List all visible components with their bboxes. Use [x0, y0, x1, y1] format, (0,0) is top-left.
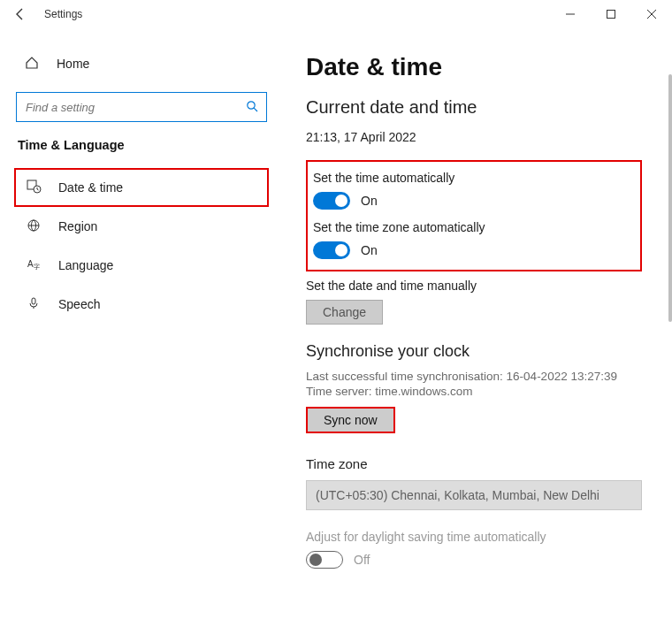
svg-line-5: [254, 108, 257, 111]
sync-now-button[interactable]: Sync now: [306, 407, 395, 433]
sidebar-section-title: Time & Language: [18, 138, 269, 152]
auto-tz-label: Set the time zone automatically: [313, 220, 630, 234]
nav-label: Speech: [58, 297, 100, 311]
search-input[interactable]: [16, 92, 267, 122]
page-title: Date & time: [306, 53, 642, 81]
language-icon: A字: [25, 257, 42, 274]
sidebar-item-region[interactable]: Region: [14, 207, 269, 246]
window-title: Settings: [44, 8, 82, 20]
change-button: Change: [306, 300, 383, 325]
globe-icon: [25, 218, 42, 235]
close-button[interactable]: [631, 0, 672, 28]
sidebar-item-date-time[interactable]: Date & time: [14, 168, 269, 207]
svg-text:A: A: [27, 259, 34, 269]
dst-state: Off: [354, 553, 370, 567]
auto-time-label: Set the time automatically: [313, 171, 630, 185]
sync-last: Last successful time synchronisation: 16…: [306, 370, 642, 383]
auto-settings-highlight: Set the time automatically On Set the ti…: [306, 160, 642, 271]
svg-rect-15: [32, 298, 35, 304]
auto-time-state: On: [361, 194, 378, 208]
manual-label: Set the date and time manually: [306, 279, 642, 293]
home-label: Home: [57, 57, 89, 71]
back-button[interactable]: [12, 6, 28, 22]
sidebar-item-speech[interactable]: Speech: [14, 285, 269, 324]
page-subtitle: Current date and time: [306, 97, 642, 118]
home-nav[interactable]: Home: [14, 46, 269, 81]
sync-server: Time server: time.windows.com: [306, 385, 642, 398]
maximize-button[interactable]: [591, 0, 631, 28]
sidebar-item-language[interactable]: A字 Language: [14, 246, 269, 285]
scrollbar[interactable]: [668, 74, 672, 322]
calendar-clock-icon: [25, 179, 42, 196]
minimize-button[interactable]: [550, 0, 591, 28]
nav-label: Language: [58, 258, 113, 272]
auto-tz-state: On: [361, 243, 378, 257]
nav-label: Date & time: [58, 180, 123, 195]
sync-heading: Synchronise your clock: [306, 342, 642, 361]
search-icon: [246, 100, 258, 115]
tz-heading: Time zone: [306, 456, 642, 471]
svg-point-4: [248, 102, 255, 109]
home-icon: [23, 56, 41, 73]
auto-time-toggle[interactable]: [313, 192, 350, 210]
svg-text:字: 字: [34, 264, 40, 270]
timezone-select: (UTC+05:30) Chennai, Kolkata, Mumbai, Ne…: [306, 480, 642, 510]
microphone-icon: [25, 296, 42, 313]
dst-toggle: [306, 551, 343, 569]
dst-label: Adjust for daylight saving time automati…: [306, 530, 642, 544]
auto-tz-toggle[interactable]: [313, 241, 350, 259]
current-datetime: 21:13, 17 April 2022: [306, 130, 642, 144]
nav-label: Region: [58, 219, 97, 233]
svg-rect-1: [607, 11, 615, 19]
